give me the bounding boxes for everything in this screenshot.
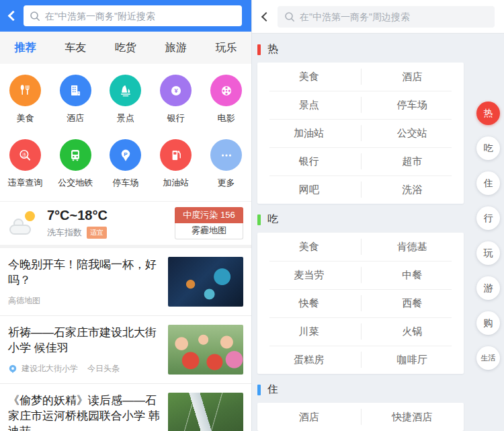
poi-cell[interactable]: 网吧: [257, 175, 361, 204]
poi-cell[interactable]: 火锅: [361, 317, 464, 346]
section-title: 吃: [267, 212, 278, 227]
grid-item-hotel[interactable]: 酒店: [50, 75, 101, 124]
news-tag: 今日头条: [87, 363, 120, 375]
rail-item-stay[interactable]: 住: [476, 171, 500, 195]
tab-travel[interactable]: 旅游: [151, 41, 201, 55]
grid-row-2: 违 违章查询 公交地铁 P 停车场 加油站: [0, 139, 251, 189]
section-stay-header: 住: [252, 374, 504, 403]
section-title: 热: [267, 42, 278, 56]
pollution-badge[interactable]: 中度污染 156: [175, 207, 243, 223]
tab-foodie[interactable]: 吃货: [101, 41, 151, 55]
poi-cell[interactable]: 停车场: [361, 91, 464, 119]
category-rail: 热 吃 住 行 玩 游 购 生活: [476, 102, 500, 370]
poi-cell[interactable]: 蛋糕房: [257, 346, 361, 374]
news-thumbnail: [168, 257, 243, 307]
grid-item-parking[interactable]: P 停车场: [101, 139, 151, 189]
food-icon: [9, 75, 41, 106]
left-header: [0, 0, 251, 32]
news-source: 高德地图: [8, 295, 40, 307]
poi-cell[interactable]: 酒店: [257, 403, 361, 431]
grid-item-bank[interactable]: ¥ 银行: [151, 75, 201, 124]
tab-car-friends[interactable]: 车友: [50, 41, 101, 55]
rail-item-life[interactable]: 生活: [476, 346, 500, 370]
category-grid: 美食 酒店 景点 ¥ 银行: [0, 64, 251, 201]
grid-item-scenic[interactable]: 景点: [101, 75, 151, 124]
smog-map-button[interactable]: 雾霾地图: [175, 223, 243, 239]
search-icon: [284, 11, 295, 22]
grid-item-violation[interactable]: 违 违章查询: [0, 139, 50, 189]
rail-item-hot[interactable]: 热: [476, 102, 500, 125]
poi-cell[interactable]: 川菜: [257, 317, 361, 346]
grid-item-food[interactable]: 美食: [0, 75, 50, 124]
rail-item-go[interactable]: 行: [476, 206, 500, 230]
rail-item-eat[interactable]: 吃: [476, 136, 500, 160]
poi-cell[interactable]: 酒店: [361, 63, 464, 91]
feed-tabs: 推荐 车友 吃货 旅游 玩乐: [0, 32, 251, 64]
news-item-3[interactable]: 《偷梦的妖精》读后感——石家庄市运河桥桃园联合小学 韩迪菲 运河桥 今日头条: [0, 384, 251, 431]
poi-cell[interactable]: 银行: [257, 147, 361, 175]
bank-icon: ¥: [160, 75, 192, 106]
grid-item-more[interactable]: 更多: [201, 139, 251, 189]
section-stay-card: 酒店快捷酒店: [257, 403, 464, 431]
section-accent-bar: [257, 385, 261, 395]
nearby-search-screen: 热 美食酒店 景点停车场 加油站公交站 银行超市 网吧洗浴 吃 美食肯德基 麦当…: [252, 0, 504, 431]
poi-cell[interactable]: 美食: [257, 63, 361, 91]
section-title: 住: [267, 383, 278, 397]
more-icon: [210, 139, 242, 171]
section-hot-header: 热: [252, 34, 504, 63]
gas-icon: [160, 139, 192, 171]
news-title: 今晚别开车！陪我喝一杯，好吗？: [8, 257, 161, 288]
back-icon[interactable]: [261, 11, 271, 21]
grid-item-movie[interactable]: 电影: [201, 75, 251, 124]
tab-fun[interactable]: 玩乐: [201, 41, 251, 55]
search-input[interactable]: [45, 11, 236, 22]
news-item-1[interactable]: 今晚别开车！陪我喝一杯，好吗？ 高德地图: [0, 248, 251, 316]
news-thumbnail: [168, 325, 243, 375]
poi-cell[interactable]: 洗浴: [361, 175, 464, 204]
section-accent-bar: [257, 44, 261, 55]
news-source: 建设北大街小学: [22, 363, 78, 375]
search-input[interactable]: [300, 11, 488, 22]
tab-recommend[interactable]: 推荐: [0, 41, 50, 55]
search-icon: [30, 11, 40, 22]
back-icon[interactable]: [8, 11, 19, 22]
right-header: [252, 0, 504, 34]
movie-icon: [210, 75, 242, 106]
poi-cell[interactable]: 西餐: [361, 289, 464, 317]
poi-cell[interactable]: 超市: [361, 147, 464, 175]
poi-cell[interactable]: 中餐: [361, 261, 464, 289]
location-pin-icon: [8, 364, 17, 374]
temperature-range: 7°C~18°C: [47, 208, 175, 223]
rail-item-play[interactable]: 玩: [476, 241, 500, 265]
grid-item-transit[interactable]: 公交地铁: [50, 139, 101, 189]
poi-cell[interactable]: 肯德基: [361, 233, 464, 261]
poi-cell[interactable]: 加油站: [257, 119, 361, 147]
carwash-index-label: 洗车指数: [47, 227, 82, 239]
carwash-index-badge[interactable]: 适宜: [87, 227, 107, 239]
news-title: 《偷梦的妖精》读后感——石家庄市运河桥桃园联合小学 韩迪菲: [8, 393, 161, 431]
svg-text:P: P: [124, 151, 128, 157]
search-bar[interactable]: [24, 5, 242, 26]
section-hot-card: 美食酒店 景点停车场 加油站公交站 银行超市 网吧洗浴: [257, 63, 464, 204]
svg-text:¥: ¥: [174, 87, 178, 94]
grid-item-gas[interactable]: 加油站: [151, 139, 201, 189]
rail-item-shop[interactable]: 购: [476, 311, 500, 335]
poi-cell[interactable]: 公交站: [361, 119, 464, 147]
poi-cell[interactable]: 景点: [257, 91, 361, 119]
rail-item-tour[interactable]: 游: [476, 276, 500, 300]
search-bar[interactable]: [278, 6, 495, 28]
scenic-icon: [110, 75, 141, 106]
weather-widget[interactable]: 7°C~18°C 洗车指数 适宜 中度污染 156 雾霾地图: [0, 201, 251, 245]
poi-cell[interactable]: 咖啡厅: [361, 346, 464, 374]
grid-row-1: 美食 酒店 景点 ¥ 银行: [0, 75, 251, 124]
transit-icon: [60, 139, 91, 171]
hotel-icon: [60, 75, 91, 106]
poi-cell[interactable]: 美食: [257, 233, 361, 261]
poi-cell[interactable]: 快餐: [257, 289, 361, 317]
poi-cell[interactable]: 快捷酒店: [361, 403, 464, 431]
news-item-2[interactable]: 祈祷——石家庄市建设北大街小学 候佳羽 建设北大街小学 今日头条: [0, 316, 251, 384]
news-thumbnail: [168, 393, 243, 431]
poi-cell[interactable]: 麦当劳: [257, 261, 361, 289]
section-eat-header: 吃: [252, 204, 504, 233]
svg-text:违: 违: [22, 152, 26, 156]
